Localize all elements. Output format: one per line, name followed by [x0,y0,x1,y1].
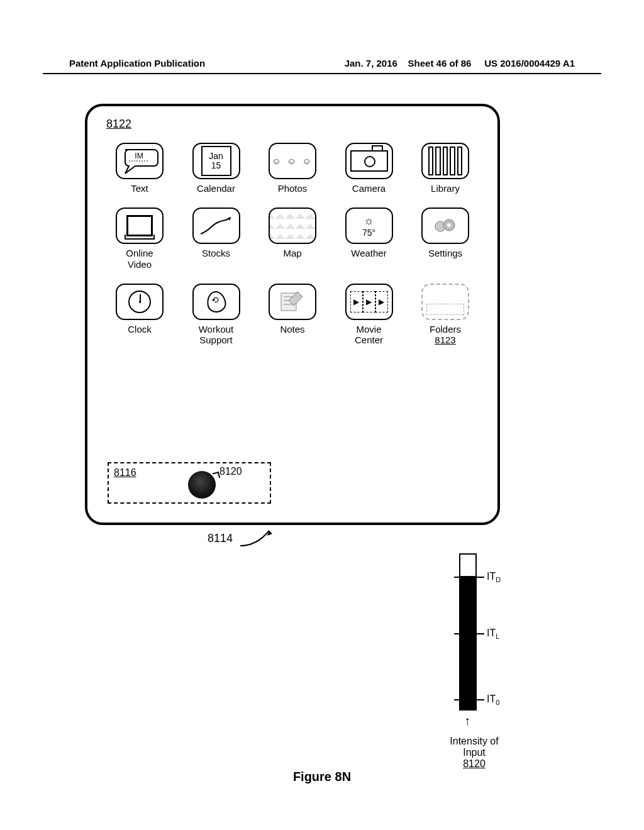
app-label: Movie Center [355,324,383,346]
app-movie[interactable]: ▶▶▶ Movie Center [337,284,401,346]
speech-bubble-icon: IM [116,143,164,179]
smiley-icon: ☺ ☺ ☺ [269,143,316,179]
meter-arrow-icon: ↑ [464,714,470,728]
label-itd: ITD [487,571,501,584]
app-row: Online Video Stocks Map ☼75° Weather [108,208,477,270]
meter-caption: Intensity of Input 8120 [436,736,512,770]
tick-itd [454,577,484,578]
tick-it0 [454,699,484,700]
app-label: Folders [430,324,461,335]
clock-icon [116,284,164,320]
notes-icon [269,284,316,320]
label-itl: ITL [487,628,499,640]
calendar-icon: Jan 15 [192,143,240,179]
folder-icon [421,284,469,320]
weather-icon: ☼75° [345,208,393,244]
app-label: Stocks [202,248,230,258]
dock-region: 8116 8120 [108,462,271,504]
sheet-no: Sheet 46 of 86 [408,58,472,69]
app-calendar[interactable]: Jan 15 Calendar [184,143,248,194]
svg-point-3 [447,223,451,227]
pub-number: US 2016/0004429 A1 [484,58,575,69]
touch-contact-icon [188,471,216,499]
tv-icon [116,208,164,244]
app-workout[interactable]: Workout Support [184,284,248,346]
app-label: Workout Support [199,324,234,346]
stocks-icon [192,208,240,244]
app-notes[interactable]: Notes [260,284,325,346]
app-weather[interactable]: ☼75° Weather [337,208,401,270]
app-camera[interactable]: Camera [337,143,401,194]
app-online-video[interactable]: Online Video [108,208,172,270]
camera-icon [345,143,393,179]
app-label: Photos [278,183,308,194]
temp: 75° [362,228,375,238]
app-folders[interactable]: Folders 8123 [413,284,477,346]
pub-date: Jan. 7, 2016 [345,58,397,69]
app-label: Notes [280,324,304,335]
app-stocks[interactable]: Stocks [184,208,248,270]
library-icon [421,143,469,179]
sun-icon: ☼ [364,214,374,228]
app-photos[interactable]: ☺ ☺ ☺ Photos [260,143,325,194]
page-header: Patent Application Publication Jan. 7, 2… [0,58,644,69]
app-clock[interactable]: Clock [108,284,172,346]
gear-icon [421,208,469,244]
header-right: Jan. 7, 2016 Sheet 46 of 86 US 2016/0004… [345,58,575,69]
app-settings[interactable]: Settings [413,208,477,270]
im-text: IM [135,152,143,160]
app-label: Clock [128,324,152,335]
touch-ref: 8120 [219,466,242,477]
app-label: Weather [351,248,386,258]
meter-fill [460,576,475,709]
cal-day: 15 [211,161,221,170]
meter-bar [459,553,477,711]
app-row: IM Text Jan 15 Calendar ☺ ☺ ☺ Photos [108,143,477,194]
app-label: Online Video [126,248,153,270]
tick-itl [454,633,484,634]
meter-caption-ref: 8120 [436,758,512,770]
app-label: Library [431,183,460,194]
figure-caption: Figure 8N [0,770,644,784]
app-label: Text [131,183,148,194]
header-rule [43,73,601,74]
app-text[interactable]: IM Text [108,143,172,194]
meter-caption-l1: Intensity of [436,736,512,747]
app-row: Clock Workout Support Notes ▶▶▶ Movie Ce… [108,284,477,346]
device-frame: 8122 IM Text Jan 15 Calendar ☺ ☺ ☺ [85,104,500,525]
cal-month: Jan [209,152,223,161]
app-label: Settings [428,248,462,258]
movie-icon: ▶▶▶ [345,284,393,320]
meter-caption-l2: Input [436,747,512,758]
app-library[interactable]: Library [413,143,477,194]
workout-icon [192,284,240,320]
folders-ref: 8123 [430,335,461,345]
pub-type: Patent Application Publication [69,58,205,69]
dock-ref: 8116 [114,467,136,479]
map-icon [269,208,316,244]
app-map[interactable]: Map [260,208,325,270]
app-grid: IM Text Jan 15 Calendar ☺ ☺ ☺ Photos [108,143,477,345]
app-label: Camera [352,183,386,194]
intensity-meter: ITD ITL IT0 ↑ Intensity of Input 8120 [421,553,566,711]
app-label: Calendar [197,183,235,194]
label-it0: IT0 [487,694,499,706]
device-ref: 8114 [208,532,233,545]
app-label: Map [283,248,301,258]
device-leader-arrow [239,527,274,548]
screen-ref: 8122 [106,118,131,131]
